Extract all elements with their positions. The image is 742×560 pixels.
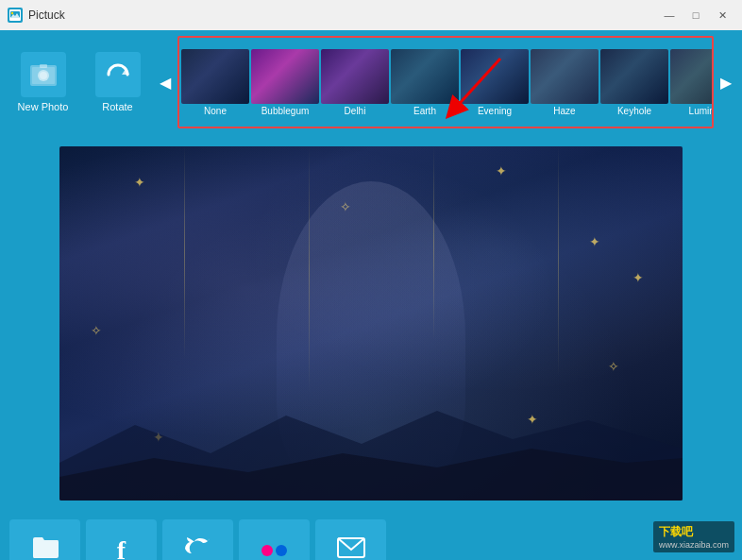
svg-rect-8 bbox=[40, 64, 47, 68]
filter-label-none: None bbox=[204, 106, 227, 116]
sparkle: ✦ bbox=[496, 163, 507, 178]
filter-next-button[interactable]: ▶ bbox=[717, 36, 734, 128]
close-button[interactable]: ✕ bbox=[710, 6, 734, 25]
filter-thumb-keyhole bbox=[600, 49, 668, 104]
filter-thumb-haze bbox=[531, 49, 599, 104]
filter-thumb-bubblegum bbox=[251, 49, 319, 104]
filter-thumb-lumina bbox=[670, 49, 712, 104]
main-area: ✦ ✧ ✦ ✦ ✧ ✦ ✦ ✧ ✦ bbox=[0, 134, 742, 512]
facebook-icon: f bbox=[117, 535, 126, 561]
chain-light bbox=[558, 146, 559, 377]
filter-label-earth: Earth bbox=[413, 106, 436, 116]
new-photo-icon bbox=[21, 52, 66, 97]
sparkle: ✦ bbox=[632, 270, 644, 285]
app-icon bbox=[8, 8, 23, 23]
title-bar-left: Pictuck bbox=[8, 8, 65, 23]
twitter-button[interactable] bbox=[162, 519, 233, 560]
window-controls: — □ ✕ bbox=[657, 6, 734, 25]
svg-point-7 bbox=[40, 72, 47, 79]
filter-label-bubblegum: Bubblegum bbox=[261, 106, 310, 116]
filter-strip-container: None Bubblegum Delhi Earth Evening bbox=[177, 36, 714, 128]
new-photo-button[interactable]: New Photo bbox=[8, 38, 78, 127]
filter-bubblegum[interactable]: Bubblegum bbox=[251, 49, 319, 116]
filter-thumb-inner-haze bbox=[531, 49, 599, 104]
rotate-icon bbox=[95, 52, 141, 97]
bottom-bar: f bbox=[0, 512, 742, 560]
filter-thumb-inner-evening bbox=[461, 49, 529, 104]
twitter-icon bbox=[185, 536, 211, 561]
filter-earth[interactable]: Earth bbox=[391, 49, 459, 116]
rotate-button[interactable]: Rotate bbox=[82, 38, 153, 127]
filter-label-keyhole: Keyhole bbox=[617, 106, 651, 116]
filter-label-lumina: Lumina bbox=[689, 106, 712, 116]
flickr-button[interactable] bbox=[239, 519, 310, 560]
sparkle: ✧ bbox=[91, 323, 102, 338]
landscape bbox=[59, 406, 683, 501]
folder-button[interactable] bbox=[9, 519, 80, 560]
filter-keyhole[interactable]: Keyhole bbox=[600, 49, 668, 116]
filter-label-delhi: Delhi bbox=[345, 106, 366, 116]
email-icon bbox=[337, 537, 365, 561]
app-title: Pictuck bbox=[28, 8, 65, 22]
filter-prev-button[interactable]: ◀ bbox=[157, 36, 174, 128]
filter-strip: None Bubblegum Delhi Earth Evening bbox=[179, 38, 712, 127]
toolbar: New Photo Rotate ◀ bbox=[0, 30, 742, 134]
filter-thumb-inner-delhi bbox=[321, 49, 389, 104]
folder-icon bbox=[31, 535, 59, 561]
filter-thumb-inner-bubblegum bbox=[251, 49, 319, 104]
filter-thumb-none bbox=[181, 49, 249, 104]
sparkle: ✦ bbox=[134, 175, 145, 190]
watermark-site: 下载吧 bbox=[659, 524, 729, 540]
sparkle: ✧ bbox=[608, 359, 619, 374]
filter-evening[interactable]: Evening bbox=[461, 49, 529, 116]
sparkle: ✦ bbox=[589, 234, 600, 249]
watermark-sub: www.xiazaiba.com bbox=[659, 540, 729, 550]
filter-thumb-inner-earth bbox=[391, 49, 459, 104]
chain-light bbox=[433, 146, 434, 341]
filter-thumb-inner-lumina bbox=[670, 49, 712, 104]
svg-point-3 bbox=[11, 12, 13, 14]
main-image: ✦ ✧ ✦ ✦ ✧ ✦ ✦ ✧ ✦ bbox=[59, 146, 683, 501]
filter-thumb-inner-none bbox=[181, 49, 249, 104]
maximize-button[interactable]: □ bbox=[683, 6, 708, 25]
new-photo-label: New Photo bbox=[18, 101, 69, 112]
filter-label-evening: Evening bbox=[478, 106, 512, 116]
rotate-label: Rotate bbox=[102, 101, 132, 112]
minimize-button[interactable]: — bbox=[657, 6, 682, 25]
filter-thumb-delhi bbox=[321, 49, 389, 104]
chain-light bbox=[184, 146, 185, 359]
facebook-button[interactable]: f bbox=[86, 519, 157, 560]
filter-label-haze: Haze bbox=[553, 106, 575, 116]
filter-delhi[interactable]: Delhi bbox=[321, 49, 389, 116]
flickr-icon bbox=[261, 545, 287, 556]
watermark: 下载吧 www.xiazaiba.com bbox=[653, 521, 734, 552]
email-button[interactable] bbox=[315, 519, 386, 560]
filter-thumb-earth bbox=[391, 49, 459, 104]
filter-lumina[interactable]: Lumina bbox=[670, 49, 712, 116]
filter-none[interactable]: None bbox=[181, 49, 249, 116]
chain-light bbox=[309, 146, 310, 395]
title-bar: Pictuck — □ ✕ bbox=[0, 0, 742, 30]
filter-thumb-evening bbox=[461, 49, 529, 104]
filter-haze[interactable]: Haze bbox=[531, 49, 599, 116]
filter-thumb-inner-keyhole bbox=[600, 49, 668, 104]
